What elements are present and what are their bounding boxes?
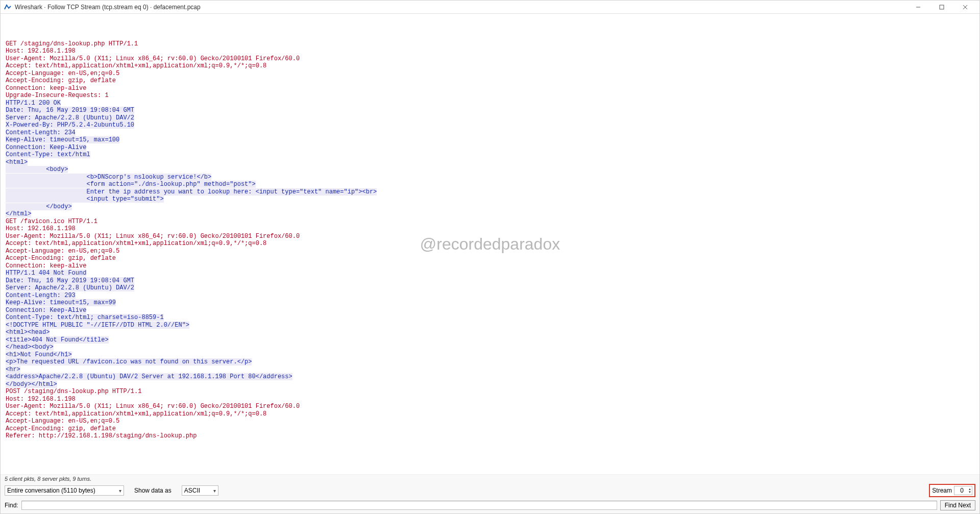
server-label: server xyxy=(42,476,58,482)
server-stream-line[interactable]: Content-Length: 234 xyxy=(6,129,76,136)
stream-down-icon[interactable]: ▼ xyxy=(968,491,971,494)
server-stream-line[interactable]: <b>DNScorp's nslookup service!</b> xyxy=(6,174,211,181)
stream-value-input[interactable] xyxy=(954,487,965,494)
encoding-dropdown[interactable]: ASCII xyxy=(182,485,218,496)
server-stream-line[interactable]: </body> xyxy=(6,203,72,210)
client-stream-line[interactable]: Connection: keep-alive xyxy=(6,85,86,92)
client-stream-line[interactable]: Accept-Encoding: gzip, deflate xyxy=(6,255,116,262)
server-stream-line[interactable]: <title>404 Not Found</title> xyxy=(6,336,109,344)
svg-rect-1 xyxy=(940,5,944,9)
client-stream-line[interactable]: Accept-Encoding: gzip, deflate xyxy=(6,425,116,432)
client-stream-line[interactable]: User-Agent: Mozilla/5.0 (X11; Linux x86_… xyxy=(6,233,300,240)
pkts-word: pkts, xyxy=(24,476,36,482)
server-stream-line[interactable]: <html> xyxy=(6,159,28,166)
status-line: 5 client pkts, 8 server pkts, 9 turns. xyxy=(1,474,979,482)
server-stream-line[interactable]: Date: Thu, 16 May 2019 19:08:04 GMT xyxy=(6,277,134,284)
client-stream-line[interactable]: User-Agent: Mozilla/5.0 (X11; Linux x86_… xyxy=(6,55,300,62)
stream-selector: Stream ▲ ▼ xyxy=(929,484,975,497)
client-stream-line[interactable]: Accept: text/html,application/xhtml+xml,… xyxy=(6,62,266,69)
find-input[interactable] xyxy=(21,501,937,510)
server-stream-line[interactable]: <input type="submit"> xyxy=(6,195,164,203)
server-stream-line[interactable]: X-Powered-By: PHP/5.2.4-2ubuntu5.10 xyxy=(6,121,134,129)
client-stream-line[interactable]: Upgrade-Insecure-Requests: 1 xyxy=(6,92,109,99)
server-stream-line[interactable]: HTTP/1.1 200 OK xyxy=(6,100,61,107)
server-stream-line[interactable]: </html> xyxy=(6,210,31,217)
server-stream-line[interactable]: HTTP/1.1 404 Not Found xyxy=(6,270,86,277)
client-stream-line[interactable]: Referer: http://192.168.1.198/staging/dn… xyxy=(6,432,197,439)
window-controls xyxy=(911,2,976,12)
server-stream-line[interactable]: Content-Length: 293 xyxy=(6,292,76,299)
server-stream-line[interactable]: <p>The requested URL /favicon.ico was no… xyxy=(6,358,252,365)
server-stream-line[interactable]: <body> xyxy=(6,166,68,173)
conversation-dropdown[interactable]: Entire conversation (5110 bytes) xyxy=(5,485,124,496)
client-stream-line[interactable]: GET /favicon.ico HTTP/1.1 xyxy=(6,218,97,225)
maximize-button[interactable] xyxy=(935,2,949,12)
server-stream-line[interactable]: <h1>Not Found</h1> xyxy=(6,351,72,358)
client-stream-line[interactable]: Host: 192.168.1.198 xyxy=(6,47,76,55)
client-label: client xyxy=(9,476,22,482)
server-stream-line[interactable]: Connection: Keep-Alive xyxy=(6,307,86,314)
server-stream-line[interactable]: <form action="./dns-lookup.php" method="… xyxy=(6,181,256,188)
client-stream-line[interactable]: Host: 192.168.1.198 xyxy=(6,225,76,232)
client-stream-line[interactable]: Host: 192.168.1.198 xyxy=(6,396,76,403)
follow-stream-window: Wireshark · Follow TCP Stream (tcp.strea… xyxy=(0,0,980,514)
server-stream-line[interactable]: Connection: Keep-Alive xyxy=(6,144,86,151)
server-stream-line[interactable]: Enter the ip address you want to lookup … xyxy=(6,188,377,195)
client-stream-line[interactable]: Connection: keep-alive xyxy=(6,262,86,270)
server-stream-line[interactable]: Keep-Alive: timeout=15, max=100 xyxy=(6,136,119,143)
close-button[interactable] xyxy=(958,2,972,12)
client-stream-line[interactable]: Accept: text/html,application/xhtml+xml,… xyxy=(6,240,266,247)
controls-row: Entire conversation (5110 bytes) Show da… xyxy=(1,482,979,499)
server-stream-line[interactable]: Date: Thu, 16 May 2019 19:08:04 GMT xyxy=(6,107,134,114)
client-stream-line[interactable]: Accept-Language: en-US,en;q=0.5 xyxy=(6,70,119,77)
show-data-as-label: Show data as xyxy=(134,487,172,494)
server-stream-line[interactable]: <html><head> xyxy=(6,329,50,336)
server-stream-line[interactable]: Server: Apache/2.2.8 (Ubuntu) DAV/2 xyxy=(6,114,134,121)
client-stream-line[interactable]: Accept-Encoding: gzip, deflate xyxy=(6,77,116,84)
turns-count: 9 turns. xyxy=(72,476,91,482)
server-stream-line[interactable]: <!DOCTYPE HTML PUBLIC "-//IETF//DTD HTML… xyxy=(6,322,189,329)
content: GET /staging/dns-lookup.php HTTP/1.1Host… xyxy=(1,14,979,474)
client-stream-line[interactable]: User-Agent: Mozilla/5.0 (X11; Linux x86_… xyxy=(6,403,300,410)
stream-spinbox[interactable]: ▲ ▼ xyxy=(954,486,972,495)
server-stream-line[interactable]: </head><body> xyxy=(6,344,54,351)
find-next-button[interactable]: Find Next xyxy=(940,500,975,510)
client-stream-line[interactable]: GET /staging/dns-lookup.php HTTP/1.1 xyxy=(6,40,138,47)
server-pkt-count: 8 xyxy=(37,476,40,482)
server-stream-line[interactable]: Content-Type: text/html; charset=iso-885… xyxy=(6,314,164,321)
server-stream-line[interactable]: Server: Apache/2.2.8 (Ubuntu) DAV/2 xyxy=(6,284,134,291)
client-stream-line[interactable]: Accept: text/html,application/xhtml+xml,… xyxy=(6,410,266,418)
server-stream-line[interactable]: <hr> xyxy=(6,366,20,373)
wireshark-icon xyxy=(4,3,12,11)
server-stream-line[interactable]: Content-Type: text/html xyxy=(6,151,90,158)
client-pkt-count: 5 xyxy=(5,476,8,482)
pkts-word-2: pkts, xyxy=(59,476,71,482)
stream-text-area[interactable]: GET /staging/dns-lookup.php HTTP/1.1Host… xyxy=(1,14,979,474)
client-stream-line[interactable]: POST /staging/dns-lookup.php HTTP/1.1 xyxy=(6,388,141,395)
find-label: Find: xyxy=(5,502,18,509)
find-row: Find: Find Next xyxy=(1,499,979,513)
client-stream-line[interactable]: Accept-Language: en-US,en;q=0.5 xyxy=(6,418,119,425)
server-stream-line[interactable]: Keep-Alive: timeout=15, max=99 xyxy=(6,299,116,306)
minimize-button[interactable] xyxy=(911,2,925,12)
server-stream-line[interactable]: <address>Apache/2.2.8 (Ubuntu) DAV/2 Ser… xyxy=(6,373,292,380)
titlebar: Wireshark · Follow TCP Stream (tcp.strea… xyxy=(1,1,979,14)
stream-label: Stream xyxy=(932,487,952,494)
window-title: Wireshark · Follow TCP Stream (tcp.strea… xyxy=(15,4,201,11)
client-stream-line[interactable]: Accept-Language: en-US,en;q=0.5 xyxy=(6,248,119,255)
server-stream-line[interactable]: </body></html> xyxy=(6,381,57,388)
